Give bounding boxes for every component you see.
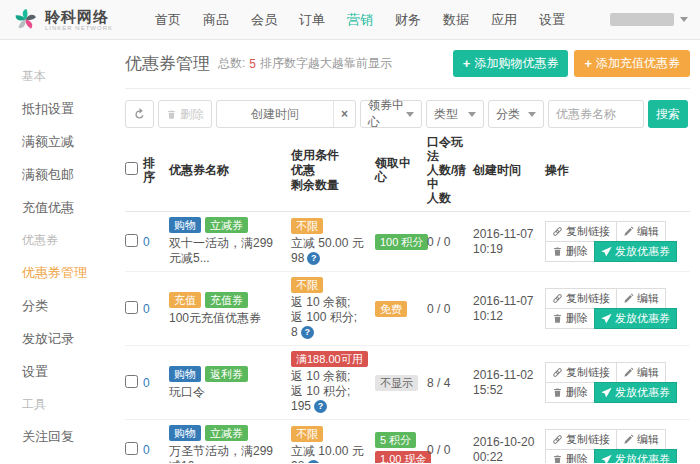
- type-badge: 返利券: [205, 366, 248, 382]
- row-checkbox[interactable]: [125, 301, 138, 314]
- question-icon[interactable]: ?: [301, 326, 314, 339]
- delete-row-button[interactable]: 删除: [545, 382, 595, 403]
- header-receive-center: 领取中心: [375, 156, 427, 184]
- people-count: 8 / 4: [427, 376, 473, 390]
- coupon-name-input[interactable]: [548, 100, 644, 128]
- refresh-button[interactable]: [125, 100, 154, 128]
- nav-item[interactable]: 数据: [432, 0, 480, 40]
- remaining-count: 98: [291, 251, 304, 266]
- sidebar-item[interactable]: 优惠券管理: [22, 264, 110, 282]
- send-coupon-button[interactable]: 发放优惠券: [594, 382, 677, 403]
- created-time: 2016-11-07 10:19: [473, 227, 545, 257]
- sidebar-item[interactable]: 充值优惠: [22, 199, 110, 217]
- sort-value[interactable]: 0: [143, 302, 150, 316]
- sidebar-item[interactable]: 满额包邮: [22, 166, 110, 184]
- clear-date-button[interactable]: ×: [333, 101, 355, 127]
- select-all-checkbox[interactable]: [125, 162, 138, 175]
- center-badge: 100 积分: [375, 234, 428, 250]
- sidebar-item[interactable]: 设置: [22, 363, 110, 381]
- table-row: 0 充值充值券 100元充值优惠券 不限 返 10 余额;返 100 积分; 8…: [125, 272, 690, 346]
- send-coupon-button[interactable]: 发放优惠券: [594, 308, 677, 329]
- condition-badge: 不限: [291, 426, 323, 442]
- delete-row-button[interactable]: 删除: [545, 308, 595, 329]
- sidebar-item[interactable]: 满额立减: [22, 133, 110, 151]
- row-checkbox[interactable]: [125, 234, 138, 247]
- row-checkbox[interactable]: [125, 375, 138, 388]
- add-shopping-coupon-button[interactable]: + 添加购物优惠券: [453, 50, 569, 77]
- nav-item[interactable]: 会员: [240, 0, 288, 40]
- people-count: 0 / 0: [427, 235, 473, 249]
- people-count: 0 / 0: [427, 443, 473, 457]
- sidebar-item[interactable]: 发放记录: [22, 330, 110, 348]
- edit-button[interactable]: 编辑: [616, 221, 666, 242]
- search-button[interactable]: 搜索: [648, 100, 688, 128]
- sort-value[interactable]: 0: [143, 376, 150, 390]
- send-coupon-button[interactable]: 发放优惠券: [594, 449, 677, 463]
- condition-badge: 不限: [291, 218, 323, 234]
- paper-plane-icon: [601, 313, 612, 324]
- edit-button[interactable]: 编辑: [616, 288, 666, 309]
- header-actions: 操作: [545, 163, 690, 177]
- receive-center-select[interactable]: 领券中心: [360, 100, 422, 128]
- edit-button[interactable]: 编辑: [616, 362, 666, 383]
- sidebar-item[interactable]: 分类: [22, 297, 110, 315]
- category-select[interactable]: 分类: [488, 100, 544, 128]
- send-coupon-button[interactable]: 发放优惠券: [594, 241, 677, 262]
- type-badge: 充值券: [205, 292, 248, 308]
- logo-pinwheel-icon: [12, 6, 39, 33]
- copy-link-button[interactable]: 复制链接: [545, 288, 617, 309]
- type-badge: 购物: [169, 425, 201, 441]
- paper-plane-icon: [601, 246, 612, 257]
- filter-bar: 删除 创建时间 × 领券中心 类型 分类 搜索: [125, 100, 690, 128]
- copy-link-button[interactable]: 复制链接: [545, 362, 617, 383]
- sidebar: 基本 抵扣设置满额立减满额包邮充值优惠 优惠券 优惠券管理分类发放记录设置 工具…: [0, 40, 110, 463]
- table-row: 0 购物返利券 玩口令 满188.00可用 返 10 余额;返 10 积分; 1…: [125, 346, 690, 420]
- sidebar-section-title: 工具: [22, 396, 110, 413]
- user-menu[interactable]: [610, 13, 688, 26]
- header-people: 口令玩法 人数/猜中 人数: [427, 135, 473, 205]
- created-time-filter[interactable]: 创建时间 ×: [216, 100, 356, 128]
- edit-button[interactable]: 编辑: [616, 429, 666, 450]
- center-badge: 5 积分: [375, 432, 416, 448]
- nav-item[interactable]: 商品: [192, 0, 240, 40]
- sort-value[interactable]: 0: [143, 443, 150, 457]
- row-checkbox[interactable]: [125, 442, 138, 455]
- nav-item[interactable]: 应用: [480, 0, 528, 40]
- pencil-icon: [623, 226, 634, 237]
- question-icon[interactable]: ?: [314, 400, 327, 413]
- trash-icon: [166, 109, 177, 120]
- add-recharge-coupon-button[interactable]: + 添加充值优惠券: [574, 50, 690, 77]
- question-icon[interactable]: ?: [307, 460, 320, 464]
- nav-item[interactable]: 营销: [336, 0, 384, 40]
- logo[interactable]: 聆科网络 LINKER NETWORK: [12, 6, 130, 33]
- copy-link-button[interactable]: 复制链接: [545, 221, 617, 242]
- type-select[interactable]: 类型: [426, 100, 484, 128]
- delete-row-button[interactable]: 删除: [545, 449, 595, 463]
- type-badge: 购物: [169, 217, 201, 233]
- copy-link-button[interactable]: 复制链接: [545, 429, 617, 450]
- delete-selected-button[interactable]: 删除: [158, 100, 212, 128]
- nav-item[interactable]: 首页: [144, 0, 192, 40]
- sidebar-item[interactable]: 关注回复: [22, 428, 110, 446]
- sort-value[interactable]: 0: [143, 235, 150, 249]
- table-row: 0 购物立减券 双十一活动，满299元减5... 不限 立减 50.00 元 9…: [125, 212, 690, 272]
- center-badge: 1.00 现金: [375, 451, 431, 463]
- nav-item[interactable]: 财务: [384, 0, 432, 40]
- nav-item[interactable]: 订单: [288, 0, 336, 40]
- table-row: 0 购物立减券 万圣节活动，满299减10 不限 立减 10.00 元 98 ?…: [125, 420, 690, 463]
- nav-menu: 首页商品会员订单营销财务数据应用设置: [144, 0, 576, 40]
- coupon-name: 100元充值优惠券: [169, 311, 285, 326]
- trash-icon: [552, 387, 563, 398]
- question-icon[interactable]: ?: [307, 252, 320, 265]
- main-content: 优惠券管理 总数: 5 排序数字越大越靠前显示 + 添加购物优惠券 + 添加充值…: [110, 40, 700, 463]
- delete-row-button[interactable]: 删除: [545, 241, 595, 262]
- nav-item[interactable]: 设置: [528, 0, 576, 40]
- trash-icon: [552, 454, 563, 463]
- type-badge: 充值: [169, 292, 201, 308]
- chevron-down-icon: [680, 17, 688, 22]
- total-count: 5: [249, 57, 256, 71]
- condition-badge: 满188.00可用: [291, 351, 368, 367]
- sidebar-item[interactable]: 抵扣设置: [22, 100, 110, 118]
- page-title: 优惠券管理: [125, 52, 210, 75]
- coupon-name: 双十一活动，满299元减5...: [169, 236, 285, 266]
